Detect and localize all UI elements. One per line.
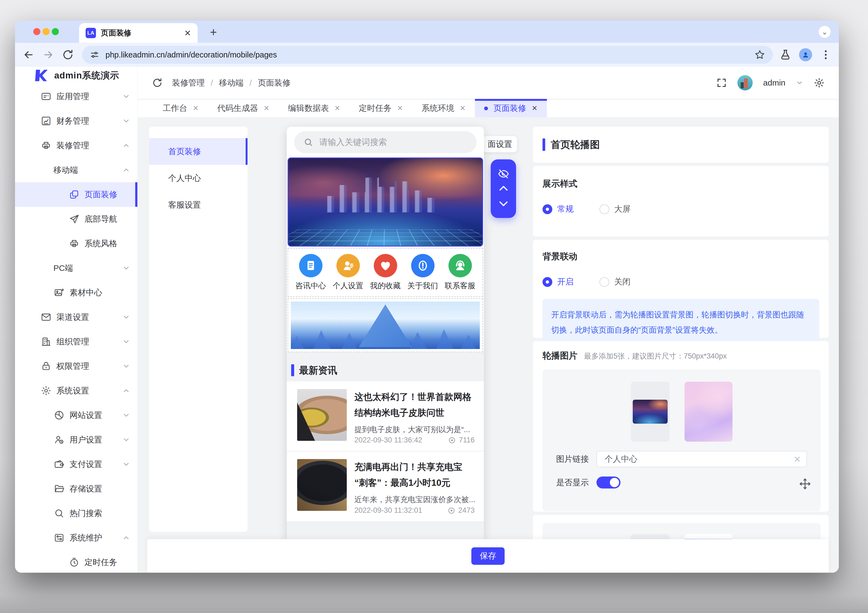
sidebar-item[interactable]: 用户设置 bbox=[15, 427, 137, 452]
sidebar-item[interactable]: 组织管理 bbox=[15, 330, 137, 354]
tab-close-icon[interactable]: ✕ bbox=[532, 104, 538, 113]
back-icon[interactable] bbox=[23, 49, 35, 61]
page-list-item[interactable]: 个人中心 bbox=[149, 165, 248, 192]
sidebar-item[interactable]: 底部导航 bbox=[15, 207, 137, 231]
phone-nav-item[interactable]: 联系客服 bbox=[442, 254, 478, 291]
page-list-item[interactable]: 首页装修 bbox=[149, 138, 248, 165]
sidebar-item-label: 热门搜索 bbox=[70, 508, 102, 519]
radio-dot-icon bbox=[542, 204, 552, 214]
workspace-tab[interactable]: 系统环境✕ bbox=[412, 99, 475, 117]
breadcrumb-item[interactable]: 装修管理 bbox=[172, 77, 205, 88]
news-item[interactable]: 这也太科幻了！世界首款网格结构纳米电子皮肤问世提到电子皮肤，大家可别以为是“..… bbox=[287, 381, 484, 451]
phone-nav-item[interactable]: 咨讯中心 bbox=[293, 254, 329, 291]
phone-nav-grid[interactable]: 咨讯中心个人设置我的收藏关于我们联系客服 bbox=[288, 248, 483, 297]
phone-nav-item[interactable]: 关于我们 bbox=[405, 254, 440, 291]
sidebar-item[interactable]: 系统风格 bbox=[15, 231, 137, 256]
workspace-tabs: 工作台✕代码生成器✕编辑数据表✕定时任务✕系统环境✕页面装修✕ bbox=[138, 99, 839, 117]
sidebar-item[interactable]: 系统维护 bbox=[15, 526, 137, 550]
sidebar-item[interactable]: 热门搜索 bbox=[15, 501, 137, 526]
breadcrumb: 装修管理/移动端/页面装修 bbox=[172, 77, 291, 88]
tab-close-icon[interactable]: ✕ bbox=[397, 104, 403, 113]
sidebar-item[interactable]: 素材中心 bbox=[15, 280, 137, 305]
brand-logo-row[interactable]: admin系统演示 bbox=[15, 67, 137, 84]
tab-close-icon[interactable]: ✕ bbox=[184, 28, 191, 38]
hide-eye-off-icon[interactable] bbox=[498, 168, 510, 180]
browser-menu-kebab-icon[interactable] bbox=[820, 49, 832, 61]
browser-profile-icon[interactable] bbox=[799, 48, 812, 61]
settings-gear-icon[interactable] bbox=[814, 77, 825, 88]
sidebar-item[interactable]: 系统设置 bbox=[15, 378, 137, 403]
clear-input-icon[interactable]: ✕ bbox=[794, 454, 801, 464]
workspace-tab[interactable]: 工作台✕ bbox=[153, 99, 208, 117]
sidebar-item[interactable]: 财务管理 bbox=[15, 109, 137, 133]
radio-option[interactable]: 关闭 bbox=[600, 276, 631, 288]
tab-search-chevron-icon[interactable]: ⌄ bbox=[818, 26, 831, 38]
chevron-down-icon bbox=[122, 264, 130, 272]
user-chevron-down-icon[interactable] bbox=[796, 79, 803, 87]
workspace-tab[interactable]: 定时任务✕ bbox=[349, 99, 412, 117]
save-button[interactable]: 保存 bbox=[471, 547, 505, 565]
sidebar-item[interactable]: 应用管理 bbox=[15, 84, 137, 109]
sidebar-item[interactable]: 页面装修 bbox=[15, 182, 137, 207]
radio-option[interactable]: 常规 bbox=[542, 204, 574, 215]
bookmark-star-icon[interactable] bbox=[754, 49, 765, 60]
tab-close-icon[interactable]: ✕ bbox=[335, 104, 341, 113]
fullscreen-icon[interactable] bbox=[716, 77, 727, 88]
phone-search-input[interactable]: 请输入关键词搜索 bbox=[294, 131, 476, 153]
breadcrumb-item[interactable]: 移动端 bbox=[219, 77, 243, 88]
tab-close-icon[interactable]: ✕ bbox=[264, 104, 270, 113]
sidebar-item[interactable]: PC端 bbox=[15, 256, 137, 280]
window-minimize-button[interactable] bbox=[42, 28, 50, 35]
show-toggle-switch[interactable] bbox=[597, 477, 620, 489]
browser-tab[interactable]: LA 页面装修 ✕ bbox=[79, 23, 198, 43]
carousel-item-editor: 图片链接 ✕ 是否显示 bbox=[542, 370, 821, 511]
phone-nav-item[interactable]: 个人设置 bbox=[330, 254, 366, 291]
chevron-up-icon bbox=[122, 166, 130, 174]
sidebar-item[interactable]: 存储设置 bbox=[15, 477, 137, 501]
page-settings-button[interactable]: 面设置 bbox=[482, 136, 518, 153]
window-close-button[interactable] bbox=[33, 28, 40, 35]
sidebar-item[interactable]: 定时任务 bbox=[15, 550, 137, 573]
window-zoom-button[interactable] bbox=[52, 28, 59, 35]
page-list-item[interactable]: 客服设置 bbox=[149, 192, 248, 218]
sidebar-item[interactable]: 支付设置 bbox=[15, 452, 137, 477]
radio-option[interactable]: 开启 bbox=[542, 276, 574, 288]
pyramids-banner-image bbox=[291, 302, 480, 349]
move-up-chevron-icon[interactable] bbox=[498, 183, 510, 195]
site-info-tune-icon[interactable] bbox=[90, 50, 99, 60]
tab-close-icon[interactable]: ✕ bbox=[460, 104, 466, 113]
address-bar[interactable]: php.likeadmin.cn/admin/decoration/mobile… bbox=[82, 46, 773, 64]
breadcrumb-item[interactable]: 页面装修 bbox=[258, 77, 291, 88]
reload-icon[interactable] bbox=[62, 49, 74, 61]
news-item[interactable]: 充满电再出门！共享充电宝“刺客”：最高1小时10元近年来，共享充电宝因涨价多次被… bbox=[287, 451, 484, 521]
sidebar-item[interactable]: 移动端 bbox=[15, 158, 137, 182]
secondary-banner-widget[interactable] bbox=[288, 298, 483, 352]
sidebar-item[interactable]: 装修管理 bbox=[15, 133, 137, 158]
image-link-input[interactable] bbox=[597, 451, 807, 467]
sidebar-item[interactable]: 渠道设置 bbox=[15, 305, 137, 330]
phone-nav-item[interactable]: 我的收藏 bbox=[368, 254, 403, 291]
sidebar-item-label: 存储设置 bbox=[70, 483, 102, 494]
background-thumb-image[interactable] bbox=[685, 382, 733, 442]
sidebar-item[interactable]: 权限管理 bbox=[15, 354, 137, 378]
chevron-down-icon bbox=[122, 436, 130, 444]
move-down-chevron-icon[interactable] bbox=[498, 198, 510, 209]
sidebar: admin系统演示 应用管理财务管理装修管理移动端页面装修底部导航系统风格PC端… bbox=[15, 67, 138, 573]
sidebar-item[interactable]: 网站设置 bbox=[15, 403, 137, 427]
workspace-tab[interactable]: 编辑数据表✕ bbox=[279, 99, 350, 117]
workspace-tab[interactable]: 页面装修✕ bbox=[475, 99, 547, 117]
drag-move-icon[interactable] bbox=[799, 478, 811, 490]
tab-close-icon[interactable]: ✕ bbox=[193, 104, 199, 113]
new-tab-button[interactable]: + bbox=[210, 25, 217, 39]
radio-dot-icon bbox=[542, 277, 552, 287]
carousel-thumb-slot[interactable] bbox=[631, 382, 670, 442]
display-style-label: 展示样式 bbox=[542, 178, 819, 190]
radio-option[interactable]: 大屏 bbox=[600, 204, 631, 215]
lab-beaker-icon[interactable] bbox=[780, 49, 791, 61]
breadcrumb-refresh-icon[interactable] bbox=[152, 77, 163, 88]
workspace-tab[interactable]: 代码生成器✕ bbox=[208, 99, 279, 117]
carousel-banner-selected[interactable] bbox=[288, 158, 483, 246]
forward-icon[interactable] bbox=[42, 49, 54, 61]
user-avatar[interactable] bbox=[738, 75, 753, 90]
username[interactable]: admin bbox=[763, 78, 786, 87]
